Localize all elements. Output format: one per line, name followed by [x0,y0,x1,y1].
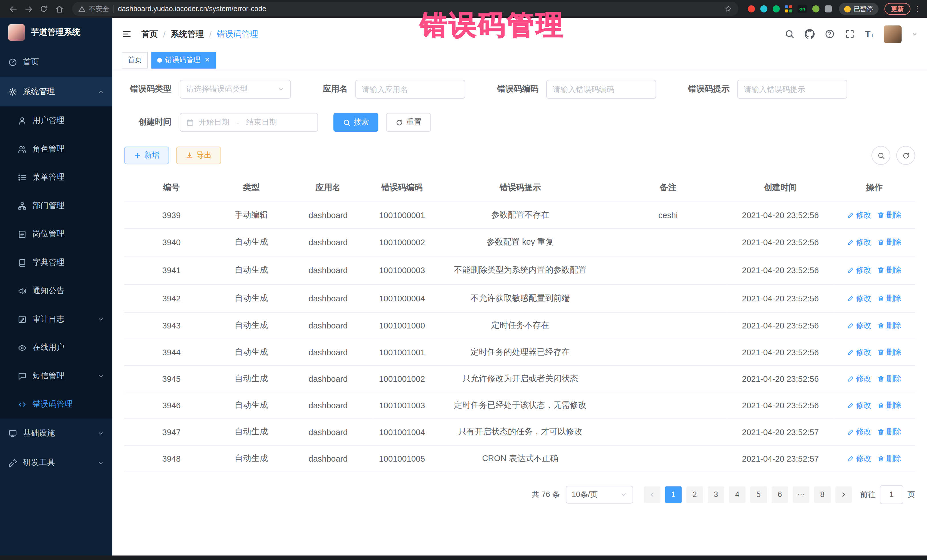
browser-toolbar: 不安全 dashboard.yudao.iocoder.cn/system/er… [0,0,927,18]
pager-page-button[interactable]: 2 [686,486,703,503]
app-name-input[interactable] [356,80,465,99]
browser-menu-icon[interactable]: ⋮ [914,5,921,13]
export-button[interactable]: 导出 [176,147,221,164]
reset-button[interactable]: 重置 [386,113,431,132]
delete-link[interactable]: 删除 [877,347,902,357]
forward-icon[interactable] [21,2,36,16]
github-icon[interactable] [805,29,815,39]
edit-link[interactable]: 修改 [847,210,871,220]
delete-link[interactable]: 删除 [877,237,902,247]
delete-link[interactable]: 删除 [877,210,902,220]
edit-link-label: 修改 [856,426,871,437]
tab-error-code[interactable]: 错误码管理 ✕ [152,52,216,68]
recording-dot-icon[interactable] [748,5,755,12]
delete-link[interactable]: 删除 [877,453,902,464]
edit-link[interactable]: 修改 [847,453,871,464]
pager-page-button[interactable]: 4 [729,486,746,503]
sidebar-item[interactable]: 用户管理 [0,106,112,135]
edit-link[interactable]: 修改 [847,400,871,411]
back-icon[interactable] [6,2,20,16]
delete-link[interactable]: 删除 [877,426,902,437]
pager-page-button[interactable]: 3 [708,486,724,503]
breadcrumb-home[interactable]: 首页 [141,29,158,39]
paused-badge[interactable]: 已暂停 [839,3,878,15]
error-hint-input[interactable] [737,80,847,99]
sidebar-item[interactable]: 系统管理 [0,77,112,106]
pager-page-button[interactable]: 1 [665,486,682,503]
cell-actions: 修改删除 [834,284,915,312]
delete-link[interactable]: 删除 [877,265,902,275]
pager-next-button[interactable] [836,486,852,503]
pager-more-button[interactable]: ··· [793,486,809,503]
sidebar-item[interactable]: 菜单管理 [0,163,112,191]
font-size-icon[interactable]: TT [865,30,874,38]
sidebar-item[interactable]: 部门管理 [0,191,112,220]
update-browser-button[interactable]: 更新 [884,3,910,15]
toggle-search-button[interactable] [871,146,890,165]
sidebar-item[interactable]: 研发工具 [0,448,112,478]
bookmark-star-icon[interactable] [724,5,732,13]
sidebar-item[interactable]: 通知公告 [0,276,112,305]
pager-page-button[interactable]: 5 [750,486,767,503]
search-button[interactable]: 搜索 [333,113,378,132]
sidebar-item[interactable]: 字典管理 [0,248,112,276]
edit-link[interactable]: 修改 [847,426,871,437]
cell-code: 1001001000 [372,312,432,339]
sidebar-item[interactable]: 基础设施 [0,418,112,448]
chevron-down-icon[interactable] [912,31,918,37]
error-code-input[interactable] [546,80,656,99]
delete-link[interactable]: 删除 [877,320,902,331]
sidebar-item[interactable]: 错误码管理 [0,390,112,418]
add-button[interactable]: 新增 [124,147,169,164]
edit-link[interactable]: 修改 [847,373,871,384]
goto-page-input[interactable] [880,485,903,504]
edit-link[interactable]: 修改 [847,320,871,331]
apps-grid-icon[interactable] [785,5,792,12]
tags-view-bar: 首页 错误码管理 ✕ [112,50,927,70]
pager-page-button[interactable]: 6 [772,486,788,503]
cell-actions: 修改删除 [834,392,915,419]
cell-time: 2021-04-20 23:52:56 [727,228,833,256]
avatar[interactable] [884,25,902,43]
delete-link[interactable]: 删除 [877,373,902,384]
puzzle-extension-icon[interactable] [825,5,832,12]
extensions-area: on [748,5,832,13]
sidebar-item-label: 错误码管理 [32,399,73,410]
url-text[interactable]: dashboard.yudao.iocoder.cn/system/error-… [118,5,266,13]
green-extension-icon[interactable] [773,5,780,12]
close-icon[interactable]: ✕ [205,56,210,64]
delete-link[interactable]: 删除 [877,400,902,411]
date-range-picker[interactable]: 开始日期 - 结束日期 [180,113,318,132]
delete-link[interactable]: 删除 [877,293,902,304]
tab-home[interactable]: 首页 [122,52,148,68]
paused-label: 已暂停 [854,5,873,14]
on-extension-icon[interactable]: on [798,5,807,13]
sidebar-item[interactable]: 在线用户 [0,333,112,361]
pager-prev-button[interactable] [644,486,660,503]
home-icon[interactable] [52,2,66,16]
reload-icon[interactable] [37,2,51,16]
drop-extension-icon[interactable] [760,5,767,12]
page-size-select[interactable]: 10条/页 [566,486,633,504]
edit-link[interactable]: 修改 [847,237,871,247]
refresh-table-button[interactable] [896,146,915,165]
edit-link[interactable]: 修改 [847,347,871,357]
sidebar-item[interactable]: 岗位管理 [0,220,112,248]
not-secure-warning[interactable]: 不安全 [78,5,109,14]
app-logo[interactable]: 芋道管理系统 [0,18,112,47]
error-type-select[interactable]: 请选择错误码类型 [180,80,291,99]
edit-link[interactable]: 修改 [847,293,871,304]
help-icon[interactable] [825,29,835,39]
address-bar[interactable]: 不安全 dashboard.yudao.iocoder.cn/system/er… [72,2,739,16]
sidebar-item[interactable]: 首页 [0,47,112,77]
sidebar-item[interactable]: 审计日志 [0,305,112,333]
search-icon[interactable] [785,29,795,39]
pager-page-button[interactable]: 8 [814,486,831,503]
fullscreen-icon[interactable] [845,29,855,39]
edit-link[interactable]: 修改 [847,265,871,275]
hamburger-icon[interactable] [122,29,132,39]
sidebar-item[interactable]: 短信管理 [0,361,112,390]
sidebar-item[interactable]: 角色管理 [0,135,112,163]
breadcrumb-system[interactable]: 系统管理 [171,29,204,39]
leaf-extension-icon[interactable] [812,5,819,12]
